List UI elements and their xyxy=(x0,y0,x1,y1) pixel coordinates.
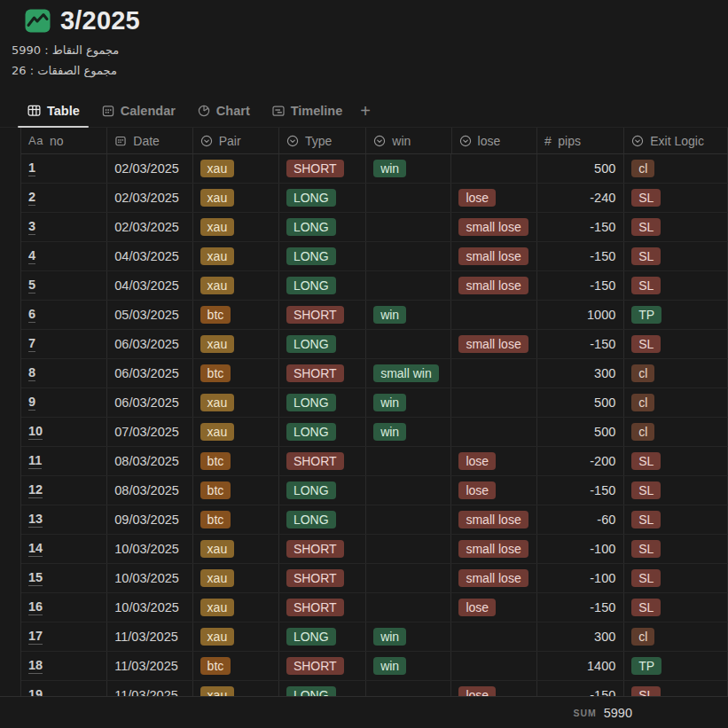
column-header-no[interactable]: Aano xyxy=(21,128,107,153)
cell-exit-logic[interactable]: cl xyxy=(624,622,728,651)
cell-pips[interactable]: 500 xyxy=(537,388,625,417)
column-header-date[interactable]: Date xyxy=(107,128,192,153)
chart-increasing-icon[interactable] xyxy=(25,9,51,33)
total-trades-text[interactable]: مجموع الصفقات : 26 xyxy=(12,60,119,81)
cell-lose[interactable] xyxy=(451,622,536,651)
cell-lose[interactable]: lose xyxy=(451,593,536,622)
cell-type[interactable]: LONG xyxy=(279,271,366,300)
cell-lose[interactable]: lose xyxy=(451,447,536,475)
cell-win[interactable] xyxy=(366,535,451,563)
cell-pair[interactable]: xau xyxy=(193,593,279,622)
cell-date[interactable]: 04/03/2025 xyxy=(107,242,192,270)
cell-date[interactable]: 02/03/2025 xyxy=(107,154,192,183)
cell-pips[interactable]: -200 xyxy=(537,447,625,475)
cell-pair[interactable]: btc xyxy=(193,447,279,475)
cell-pips[interactable]: -150 xyxy=(537,681,625,696)
cell-exit-logic[interactable]: SL xyxy=(624,505,728,534)
cell-date[interactable]: 04/03/2025 xyxy=(107,271,192,300)
cell-pips[interactable]: 500 xyxy=(537,418,625,446)
cell-type[interactable]: LONG xyxy=(279,505,366,534)
cell-date[interactable]: 10/03/2025 xyxy=(107,535,192,563)
cell-lose[interactable]: lose xyxy=(451,681,536,696)
cell-win[interactable] xyxy=(366,593,451,622)
cell-lose[interactable]: small lose xyxy=(451,564,536,592)
cell-win[interactable]: small win xyxy=(366,359,451,387)
cell-type[interactable]: LONG xyxy=(279,242,366,270)
tab-table[interactable]: Table xyxy=(18,94,89,127)
cell-win[interactable] xyxy=(366,330,451,358)
cell-no[interactable]: 12 xyxy=(21,476,107,505)
cell-date[interactable]: 11/03/2025 xyxy=(107,652,192,680)
cell-no[interactable]: 1 xyxy=(21,154,107,183)
cell-pair[interactable]: btc xyxy=(193,505,279,534)
cell-date[interactable]: 11/03/2025 xyxy=(107,622,192,651)
cell-win[interactable] xyxy=(366,476,451,505)
cell-type[interactable]: LONG xyxy=(279,330,366,358)
cell-date[interactable]: 10/03/2025 xyxy=(107,564,192,592)
column-header-win[interactable]: win xyxy=(366,128,451,153)
cell-pair[interactable]: btc xyxy=(193,359,279,387)
cell-pips[interactable]: -150 xyxy=(537,271,625,300)
cell-type[interactable]: SHORT xyxy=(279,652,366,680)
cell-type[interactable]: LONG xyxy=(279,476,366,505)
column-header-pips[interactable]: #pips xyxy=(537,128,624,153)
cell-exit-logic[interactable]: SL xyxy=(624,593,728,622)
cell-lose[interactable] xyxy=(451,418,536,446)
cell-date[interactable]: 07/03/2025 xyxy=(107,418,192,446)
cell-no[interactable]: 15 xyxy=(21,564,107,592)
cell-lose[interactable]: small lose xyxy=(451,330,536,358)
cell-date[interactable]: 11/03/2025 xyxy=(107,681,192,696)
cell-lose[interactable]: lose xyxy=(451,476,536,505)
cell-exit-logic[interactable]: SL xyxy=(624,447,728,475)
cell-exit-logic[interactable]: SL xyxy=(624,213,728,241)
cell-no[interactable]: 14 xyxy=(21,535,107,563)
cell-win[interactable]: win xyxy=(366,388,451,417)
cell-pips[interactable]: -150 xyxy=(537,330,625,358)
cell-date[interactable]: 06/03/2025 xyxy=(107,330,192,358)
cell-exit-logic[interactable]: cl xyxy=(624,388,728,417)
cell-exit-logic[interactable]: SL xyxy=(624,535,728,563)
cell-no[interactable]: 19 xyxy=(21,681,107,696)
cell-exit-logic[interactable]: cl xyxy=(624,154,728,183)
cell-pair[interactable]: xau xyxy=(193,154,279,183)
cell-type[interactable]: LONG xyxy=(279,681,366,696)
add-view-button[interactable]: + xyxy=(353,102,378,120)
cell-type[interactable]: SHORT xyxy=(279,447,366,475)
cell-win[interactable] xyxy=(366,681,451,696)
cell-no[interactable]: 18 xyxy=(21,652,107,680)
cell-lose[interactable]: small lose xyxy=(451,505,536,534)
cell-type[interactable]: SHORT xyxy=(279,359,366,387)
cell-pips[interactable]: -100 xyxy=(537,535,625,563)
cell-no[interactable]: 16 xyxy=(21,593,107,622)
cell-win[interactable] xyxy=(366,184,451,212)
cell-date[interactable]: 08/03/2025 xyxy=(107,447,192,475)
tab-chart[interactable]: Chart xyxy=(188,94,259,127)
cell-pips[interactable]: -150 xyxy=(537,593,625,622)
column-header-exit-logic[interactable]: Exit Logic xyxy=(624,128,728,153)
cell-pair[interactable]: xau xyxy=(193,681,279,696)
cell-no[interactable]: 3 xyxy=(21,213,107,241)
cell-pips[interactable]: -150 xyxy=(537,213,625,241)
cell-type[interactable]: LONG xyxy=(279,622,366,651)
cell-type[interactable]: LONG xyxy=(279,388,366,417)
column-header-pair[interactable]: Pair xyxy=(193,128,279,153)
cell-no[interactable]: 5 xyxy=(21,271,107,300)
cell-no[interactable]: 9 xyxy=(21,388,107,417)
cell-exit-logic[interactable]: cl xyxy=(624,418,728,446)
cell-no[interactable]: 2 xyxy=(21,184,107,212)
cell-date[interactable]: 10/03/2025 xyxy=(107,593,192,622)
cell-type[interactable]: SHORT xyxy=(279,301,366,329)
cell-pair[interactable]: btc xyxy=(193,301,279,329)
cell-exit-logic[interactable]: TP xyxy=(624,652,728,680)
cell-type[interactable]: SHORT xyxy=(279,535,366,563)
cell-lose[interactable]: small lose xyxy=(451,242,536,270)
cell-no[interactable]: 10 xyxy=(21,418,107,446)
column-header-type[interactable]: Type xyxy=(279,128,366,153)
cell-lose[interactable] xyxy=(451,388,536,417)
cell-date[interactable]: 02/03/2025 xyxy=(107,213,192,241)
cell-pips[interactable]: -150 xyxy=(537,476,625,505)
cell-type[interactable]: LONG xyxy=(279,213,366,241)
cell-date[interactable]: 02/03/2025 xyxy=(107,184,192,212)
cell-date[interactable]: 06/03/2025 xyxy=(107,388,192,417)
cell-exit-logic[interactable]: SL xyxy=(624,242,728,270)
